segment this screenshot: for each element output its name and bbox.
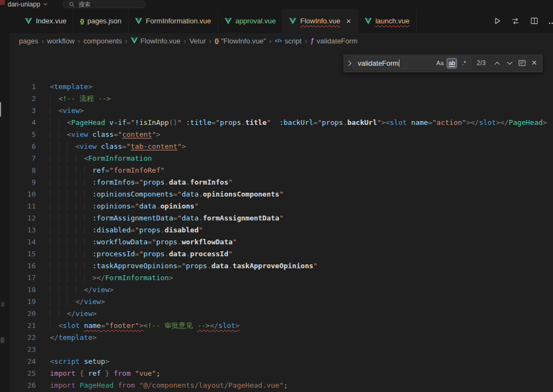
find-next-button[interactable]: [504, 58, 515, 69]
line-number[interactable]: 7: [10, 153, 36, 165]
tab-index-vue[interactable]: Index.vue: [18, 9, 73, 33]
find-input[interactable]: validateForm Aa ab .*: [353, 56, 471, 69]
code-line-12[interactable]: 12 :formAssignmentData="data.formAssignm…: [10, 212, 553, 224]
line-number[interactable]: 14: [10, 236, 36, 248]
line-number[interactable]: 2: [10, 93, 36, 105]
breadcrumb-item-pages[interactable]: pages: [19, 37, 38, 45]
line-number[interactable]: 17: [10, 272, 36, 284]
code-text: :opinions="data.opinions": [36, 200, 199, 212]
vue-file-icon: [25, 18, 32, 24]
close-tab-icon[interactable]: ×: [346, 17, 351, 25]
code-line-5[interactable]: 5 <view class="content">: [10, 129, 553, 141]
code-line-16[interactable]: 16 :taskApproveOpinions="props.data.task…: [10, 260, 553, 272]
line-number[interactable]: 20: [10, 308, 36, 320]
line-number[interactable]: 16: [10, 260, 36, 272]
line-number[interactable]: 13: [10, 224, 36, 236]
code-line-13[interactable]: 13 :disabled="props.disabled": [10, 224, 553, 236]
code-line-6[interactable]: 6 <view class="tab-content">: [10, 141, 553, 153]
code-editor[interactable]: validateForm Aa ab .* 2/3: [10, 48, 553, 392]
code-line-10[interactable]: 10 :opinionsComponents="data.opinionsCom…: [10, 188, 553, 200]
tab-approval-vue[interactable]: approval.vue: [218, 9, 283, 33]
close-find-widget-button[interactable]: ×: [529, 58, 540, 69]
workspace-selector[interactable]: dan-uniapp: [8, 1, 47, 8]
more-actions-button[interactable]: …: [548, 16, 553, 26]
code-line-23[interactable]: 23: [10, 344, 553, 356]
tab-launch-vue[interactable]: launch.vue: [358, 9, 417, 33]
active-item-indicator: [0, 102, 1, 117]
tab-forminformation-vue[interactable]: FormInformation.vue: [129, 9, 218, 33]
line-number[interactable]: 18: [10, 284, 36, 296]
code-text: <FormInformation: [36, 153, 152, 165]
code-line-22[interactable]: 22</template>: [10, 332, 553, 344]
code-text: :workflowData="props.workflowData": [36, 236, 237, 248]
code-line-24[interactable]: 24<script setup>: [10, 356, 553, 368]
breadcrumb-item-workflow[interactable]: workflow: [47, 37, 75, 45]
code-line-8[interactable]: 8 ref="formInfoRef": [10, 165, 553, 176]
line-number[interactable]: 21: [10, 320, 36, 332]
breadcrumb-item-components[interactable]: components: [84, 37, 122, 45]
code-line-19[interactable]: 19 </view>: [10, 296, 553, 308]
code-line-15[interactable]: 15 :processId="props.data.processId": [10, 248, 553, 260]
line-number[interactable]: 11: [10, 200, 36, 212]
line-number[interactable]: 5: [10, 129, 36, 141]
code-line-1[interactable]: 1<template>: [10, 81, 553, 93]
code-line-9[interactable]: 9 :formInfos="props.data.formInfos": [10, 176, 553, 188]
line-number[interactable]: 23: [10, 344, 36, 356]
tab-pages-json[interactable]: {}pages.json: [73, 9, 128, 33]
toggle-replace-chevron[interactable]: [344, 54, 353, 72]
run-button[interactable]: [492, 16, 502, 26]
regex-toggle[interactable]: .*: [459, 58, 469, 68]
line-number[interactable]: 24: [10, 356, 36, 368]
code-line-3[interactable]: 3 <view>: [10, 105, 553, 117]
breadcrumb-item-vetur[interactable]: Vetur: [189, 37, 206, 45]
line-number[interactable]: 8: [10, 165, 36, 176]
breadcrumb-item--flowinfo-vue-[interactable]: {}"FlowInfo.vue": [215, 37, 266, 45]
split-editor-button[interactable]: [529, 16, 539, 26]
code-line-25[interactable]: 25import { ref } from "vue";: [10, 368, 553, 380]
line-number[interactable]: 25: [10, 368, 36, 380]
code-line-4[interactable]: 4 <PageHead v-if="!isInApp()" :title="pr…: [10, 117, 553, 129]
code-line-7[interactable]: 7 <FormInformation: [10, 153, 553, 165]
breadcrumb-item-flowinfo-vue[interactable]: FlowInfo.vue: [131, 37, 181, 45]
code-line-14[interactable]: 14 :workflowData="props.workflowData": [10, 236, 553, 248]
tab-label: FormInformation.vue: [146, 17, 211, 25]
code-line-26[interactable]: 26import PageHead from "@/components/lay…: [10, 380, 553, 391]
vscode-window: dan-uniapp 搜索 Index.vue{}pages.jsonFormI…: [0, 0, 553, 392]
find-previous-button[interactable]: [491, 58, 503, 69]
line-number[interactable]: 22: [10, 332, 36, 344]
line-number[interactable]: 1: [10, 81, 36, 93]
breadcrumb-label: "FlowInfo.vue": [221, 37, 266, 45]
whole-word-toggle[interactable]: ab: [447, 58, 457, 68]
breadcrumb-item-script[interactable]: </>script: [275, 37, 301, 45]
match-case-toggle[interactable]: Aa: [435, 58, 445, 68]
line-number[interactable]: 19: [10, 296, 36, 308]
activity-bar-sliver: [0, 9, 10, 392]
line-number[interactable]: 15: [10, 248, 36, 260]
code-line-21[interactable]: 21 <slot name="footer"><!-- 审批意见 --></sl…: [10, 320, 553, 332]
breadcrumb-item-validateform[interactable]: ƒvalidateForm: [310, 37, 358, 45]
line-number[interactable]: 12: [10, 212, 36, 224]
code-text: <script setup>: [36, 356, 110, 368]
code-text: import { ref } from "vue";: [36, 368, 161, 380]
line-number[interactable]: 10: [10, 188, 36, 200]
breadcrumb-label: pages: [19, 37, 38, 45]
code-line-17[interactable]: 17 ></FormInformation>: [10, 272, 553, 284]
chevron-right-icon: [346, 60, 351, 66]
chevron-down-icon: [43, 2, 47, 5]
tab-flowinfo-vue[interactable]: FlowInfo.vue×: [283, 9, 358, 33]
app-logo: [0, 0, 5, 5]
code-line-2[interactable]: 2 <!-- 流程 -->: [10, 93, 553, 105]
code-line-11[interactable]: 11 :opinions="data.opinions": [10, 200, 553, 212]
line-number[interactable]: 26: [10, 380, 36, 391]
command-center-search[interactable]: 搜索: [63, 1, 145, 8]
line-number[interactable]: 3: [10, 105, 36, 117]
open-changes-button[interactable]: [511, 16, 520, 26]
line-number[interactable]: 4: [10, 117, 36, 129]
breadcrumb-separator-icon: ›: [41, 37, 43, 45]
code-line-20[interactable]: 20 </view>: [10, 308, 553, 320]
code-line-18[interactable]: 18 </view>: [10, 284, 553, 296]
code-text: ></FormInformation>: [36, 272, 173, 284]
find-in-selection-button[interactable]: [516, 58, 527, 69]
line-number[interactable]: 6: [10, 141, 36, 153]
line-number[interactable]: 9: [10, 176, 36, 188]
